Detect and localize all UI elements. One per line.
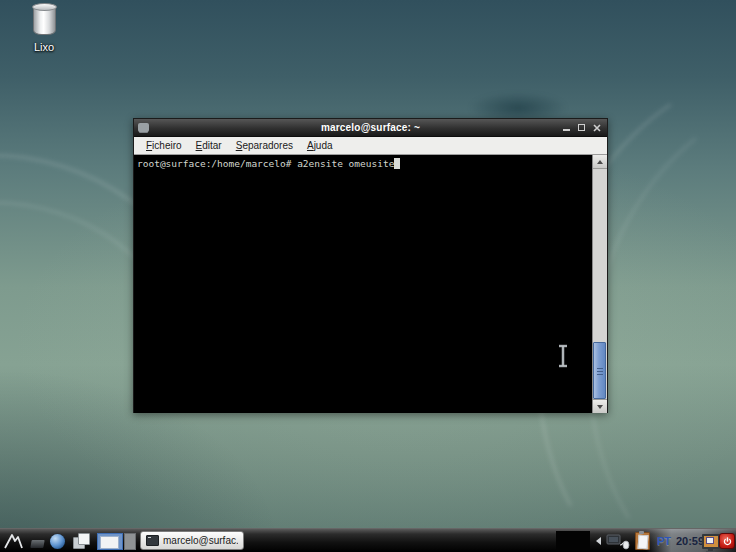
terminal-icon [146,535,159,546]
minimize-button[interactable] [563,124,571,132]
clipboard-icon [635,532,650,550]
session-tray-icon[interactable] [702,529,720,552]
window-controls [563,124,607,132]
terminal-block-cursor [394,158,400,169]
taskbar-window-button[interactable]: marcelo@surfac... [140,531,244,550]
terminal-scrollbar[interactable] [592,155,607,413]
menubar: Ficheiro Editar Separadores Ajuda [134,137,607,155]
trash-label: Lixo [24,41,64,53]
network-manager-tray-icon[interactable] [605,529,631,552]
trash-desktop-icon[interactable]: Lixo [24,6,64,53]
workspace-window-thumbnail [100,536,119,549]
shutdown-button[interactable] [719,529,735,552]
window-list-button[interactable] [70,529,92,552]
terminal-prompt-line: root@surface:/home/marcelo# a2ensite ome… [137,158,394,169]
scroll-up-button[interactable] [593,155,607,169]
show-desktop-button[interactable] [29,529,45,552]
window-title: marcelo@surface: ~ [134,122,607,133]
clipboard-manager-tray-icon[interactable] [633,529,651,552]
maximize-button[interactable] [578,124,586,132]
menu-tabs[interactable]: Separadores [230,139,299,152]
power-icon [719,533,735,549]
monitor-icon [702,534,720,549]
desktop: Lixo marcelo@surface: ~ Ficheiro Editar … [0,0,736,552]
window-titlebar[interactable]: marcelo@surface: ~ [134,119,607,137]
trash-icon [33,6,56,35]
terminal-pane: root@surface:/home/marcelo# a2ensite ome… [134,155,607,413]
show-desktop-icon [30,540,44,548]
systray-black-area [556,531,590,551]
close-button[interactable] [593,124,601,132]
menu-edit[interactable]: Editar [190,139,228,152]
network-icon [606,533,630,550]
systray-collapse-button[interactable] [593,529,603,552]
terminal-text-area[interactable]: root@surface:/home/marcelo# a2ensite ome… [134,155,593,413]
down-arrow-icon [597,405,603,409]
taskbar-window-label: marcelo@surfac... [163,535,238,546]
scrollbar-thumb[interactable] [593,342,606,399]
taskbar: marcelo@surfac... PT 20:59 [0,528,736,552]
up-arrow-icon [597,160,603,164]
terminal-window: marcelo@surface: ~ Ficheiro Editar Separ… [133,118,608,413]
workspace-switcher [95,529,137,552]
globe-icon [50,534,65,549]
web-browser-launcher[interactable] [48,529,67,552]
keyboard-layout-indicator[interactable]: PT [654,529,674,552]
menu-help[interactable]: Ajuda [301,139,339,152]
applications-menu-button[interactable] [1,529,25,552]
workspace-1-active[interactable] [97,533,123,550]
workspace-2[interactable] [124,533,136,550]
applications-menu-icon [3,532,24,550]
scroll-down-button[interactable] [593,399,607,413]
menu-file[interactable]: Ficheiro [140,139,188,152]
left-arrow-icon [596,537,601,545]
